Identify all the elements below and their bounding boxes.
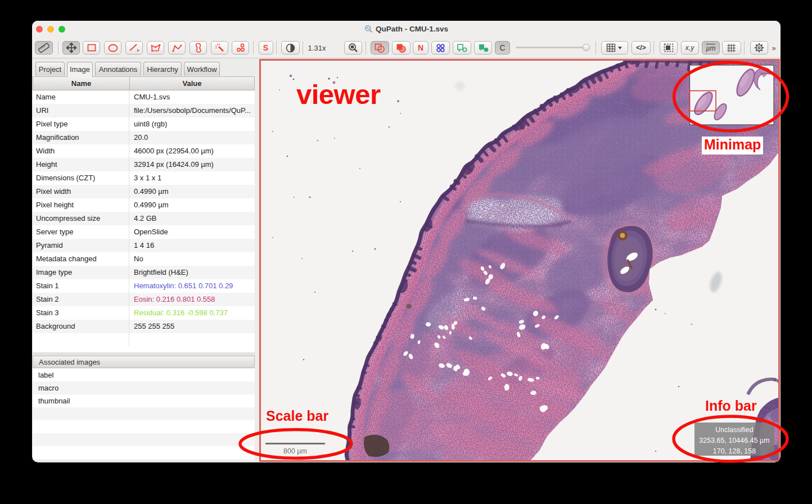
svg-text:Unclassified: Unclassified — [715, 426, 753, 434]
svg-text:800 µm: 800 µm — [283, 447, 307, 455]
svg-text:170, 128, 158: 170, 128, 158 — [713, 447, 756, 455]
svg-text:3253.65, 10446.45 µm: 3253.65, 10446.45 µm — [699, 437, 769, 444]
